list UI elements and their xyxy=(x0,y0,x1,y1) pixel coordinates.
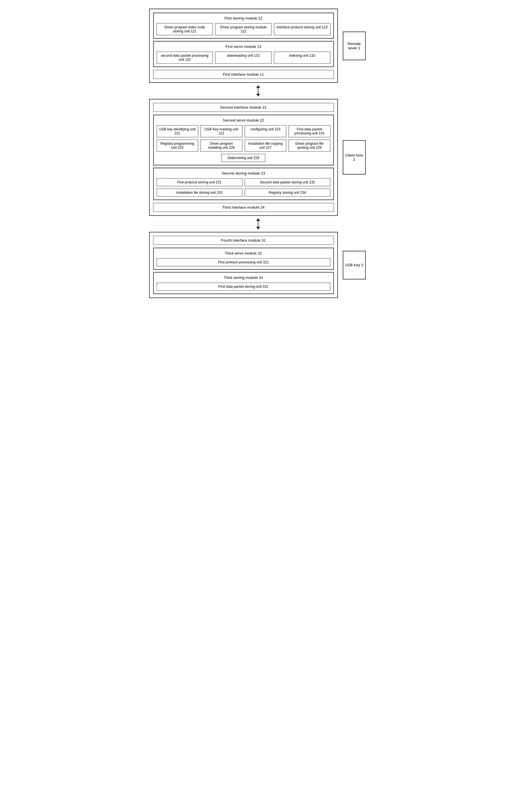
mid-main: Second interface module 21 Second servo … xyxy=(149,99,338,216)
second-servo-module-title: Second servo module 22 xyxy=(157,118,330,122)
third-storing-module-title: Third storing module 33 xyxy=(157,276,330,280)
unit-331: First data packet storing unit 331 xyxy=(157,283,330,291)
storing-units-row: Driver program index code storing unit 1… xyxy=(157,23,330,35)
first-interface-module: First interface module 11 xyxy=(153,70,334,79)
first-servo-module-title: First servo module 13 xyxy=(157,45,330,49)
second-interface-module: Second interface module 21 xyxy=(153,103,334,112)
unit-232: Second data packet storing unit 232 xyxy=(245,178,330,186)
first-servo-module: First servo module 13 second data packet… xyxy=(153,41,334,67)
unit-225: Registry programming unit 225 xyxy=(157,140,198,152)
storing2-row2: Installation file storing unit 233 Regis… xyxy=(157,188,330,197)
arrow-line-1 xyxy=(258,88,259,94)
arrow-head-down-2 xyxy=(256,227,260,230)
unit-132: downloading unit 132 xyxy=(215,52,272,64)
first-storing-module: First storing module 12 Driver program i… xyxy=(153,12,334,39)
unit-231: First protocol storing unit 231 xyxy=(157,178,242,186)
bot-main: Fourth interface module 31 Third servo m… xyxy=(149,232,338,298)
second-servo-module: Second servo module 22 USB key identifyi… xyxy=(153,115,334,165)
client-host-side: Client host 2 xyxy=(341,99,367,216)
second-storing-module-title: Second storing module 23 xyxy=(157,171,330,175)
client-host-block: Second interface module 21 Second servo … xyxy=(149,99,338,216)
client-host-label: Client host 2 xyxy=(343,140,366,175)
third-storing-module: Third storing module 33 First data packe… xyxy=(153,272,334,294)
unit-121: Driver program index code storing unit 1… xyxy=(157,23,213,35)
usb-key-label: USB Key 3 xyxy=(343,251,366,280)
mid-section: Second interface module 21 Second servo … xyxy=(149,99,367,216)
unit-228: Driver program file quoting unit 228 xyxy=(289,140,330,152)
servo-units-row: second data packet processing unit 131 d… xyxy=(157,52,330,64)
usb-key-block: Fourth interface module 31 Third servo m… xyxy=(149,232,338,298)
fourth-interface-module: Fourth interface module 31 xyxy=(153,236,334,245)
arrow-head-up-2 xyxy=(256,218,260,221)
remote-server-block: First storing module 12 Driver program i… xyxy=(149,8,338,83)
remote-server-label: Remote sever 1 xyxy=(343,31,366,60)
third-servo-module-title: Third servo module 32 xyxy=(157,251,330,255)
unit-234: Registry storing unit 234 xyxy=(245,188,330,197)
storing2-row1: First protocol storing unit 231 Second d… xyxy=(157,178,330,186)
unit-221: USB key identifying unit 221 xyxy=(157,125,198,137)
first-storing-module-title: First storing module 12 xyxy=(157,16,330,20)
unit-321: First protocol processing unit 321 xyxy=(157,258,330,266)
third-interface-module: Third interface module 24 xyxy=(153,203,334,212)
second-storing-module: Second storing module 23 First protocol … xyxy=(153,168,334,200)
servo2-row1: USB key identifying unit 221 USB Key mar… xyxy=(157,125,330,137)
unit-131: second data packet processing unit 131 xyxy=(157,52,213,64)
arrow-2 xyxy=(256,216,260,232)
unit-226: Driver program installing unit 226 xyxy=(200,140,242,152)
top-main: First storing module 12 Driver program i… xyxy=(149,8,338,83)
unit-229: Determining unit 229 xyxy=(221,154,265,162)
top-section: First storing module 12 Driver program i… xyxy=(149,8,367,83)
usb-key-side: USB Key 3 xyxy=(341,232,367,298)
remote-server-side: Remote sever 1 xyxy=(341,8,367,83)
servo2-row2: Registry programming unit 225 Driver pro… xyxy=(157,140,330,152)
determining-row: Determining unit 229 xyxy=(157,154,330,162)
unit-223: configuring unit 223 xyxy=(245,125,287,137)
diagram-wrapper: First storing module 12 Driver program i… xyxy=(149,8,367,298)
unit-233: Installation file storing unit 233 xyxy=(157,188,242,197)
unit-122: Driver program storing module 122 xyxy=(215,23,272,35)
arrow-head-down-1 xyxy=(256,94,260,96)
arrow-head-up-1 xyxy=(256,85,260,88)
unit-224: First data packet processing unit 224 xyxy=(289,125,330,137)
unit-227: Installation file copying unit 227 xyxy=(245,140,287,152)
arrow-line-2 xyxy=(258,221,259,227)
third-servo-module: Third servo module 32 First protocol pro… xyxy=(153,248,334,270)
unit-123: interface protocol storing unit 123 xyxy=(274,23,330,35)
unit-133: indexing unit 133 xyxy=(274,52,330,64)
arrow-1 xyxy=(256,83,260,99)
unit-222: USB Key marking unit 222 xyxy=(200,125,242,137)
bot-section: Fourth interface module 31 Third servo m… xyxy=(149,232,367,298)
